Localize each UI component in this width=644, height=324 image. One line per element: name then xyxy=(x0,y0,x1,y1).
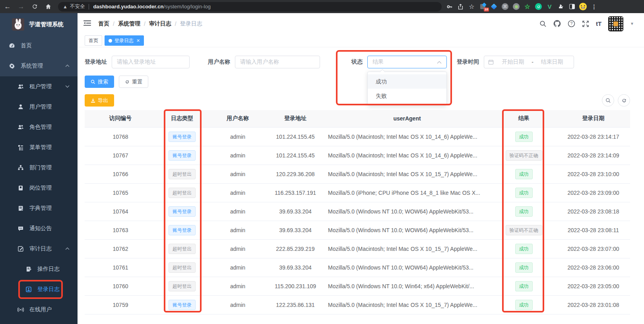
security-warning-icon[interactable]: ▲ xyxy=(63,4,68,10)
browser-back-icon[interactable]: ← xyxy=(2,2,14,12)
breadcrumb-system[interactable]: 系统管理 xyxy=(118,20,140,27)
sidebar-item-online-users[interactable]: 在线用户 xyxy=(0,299,78,320)
show-search-toggle-button[interactable] xyxy=(602,94,614,107)
fullscreen-icon[interactable] xyxy=(582,20,589,27)
log-type-tag: 账号登录 xyxy=(169,225,196,235)
sidebar-item-login-log[interactable]: 登录日志 xyxy=(0,279,78,299)
font-size-icon[interactable]: tT xyxy=(596,20,601,27)
result-tag-cell: 成功 xyxy=(491,165,557,183)
username-label: 用户名称 xyxy=(208,58,230,66)
status-option-failure[interactable]: 失败 xyxy=(368,89,446,103)
extension-star-icon[interactable]: ☆ xyxy=(524,3,531,10)
status-option-success[interactable]: 成功 xyxy=(368,74,446,89)
tab-login-log[interactable]: 登录日志 ✕ xyxy=(105,35,144,46)
cell-user-agent: Mozilla/5.0 (Windows NT 10.0; WOW64) App… xyxy=(323,258,491,277)
browser-home-icon[interactable] xyxy=(42,2,54,12)
sidebar-item-audit-log[interactable]: 审计日志 xyxy=(0,239,78,259)
extension-record-icon[interactable] xyxy=(512,3,520,10)
sidebar-item-dict-management[interactable]: 字典管理 xyxy=(0,198,78,218)
table-row: 10765超时登出admin116.253.157.191Mozilla/5.0… xyxy=(85,183,630,202)
cell-login-address: 116.253.157.191 xyxy=(268,183,323,202)
log-type-tag-cell: 账号登录 xyxy=(156,221,208,239)
sidebar-item-post-management[interactable]: 岗位管理 xyxy=(0,178,78,198)
address-bar[interactable]: ▲ 不安全 dashboard.yudao.iocoder.cn /system… xyxy=(58,2,442,12)
login-time-range-input[interactable]: 开始日期 - 结束日期 xyxy=(484,56,574,68)
dictionary-book-icon xyxy=(17,205,24,211)
table-row: 10759账号登录admin122.235.86.131Mozilla/5.0 … xyxy=(85,295,630,314)
github-icon[interactable] xyxy=(553,20,561,27)
sidebar-item-role-management[interactable]: 角色管理 xyxy=(0,117,78,137)
breadcrumb-audit-log[interactable]: 审计日志 xyxy=(149,20,171,27)
col-result: 结果 xyxy=(491,110,557,127)
refresh-table-button[interactable] xyxy=(618,94,630,107)
tab-home[interactable]: 首页 xyxy=(85,35,102,46)
extension-refresh-icon[interactable] xyxy=(535,3,542,10)
app-title: 芋道管理系统 xyxy=(29,21,64,28)
share-icon[interactable] xyxy=(457,3,464,10)
extension-command-icon[interactable]: ⌘ xyxy=(501,3,509,10)
username-input[interactable]: 请输入用户名称 xyxy=(235,56,320,68)
sidebar-item-home[interactable]: 首页 xyxy=(0,35,78,56)
message-bubble-icon xyxy=(17,225,24,232)
cell-login-address: 39.69.33.204 xyxy=(268,202,323,221)
sidebar-item-menu-management[interactable]: 菜单管理 xyxy=(0,137,78,157)
cell-visit-id: 10767 xyxy=(85,146,156,165)
cell-login-address: 115.200.231.109 xyxy=(268,277,323,295)
status-select[interactable]: 结果 xyxy=(367,56,447,68)
cell-visit-id: 10765 xyxy=(85,183,156,202)
bookmark-star-icon[interactable]: ☆ xyxy=(468,3,475,10)
cell-user-agent: Mozilla/5.0 (Macintosh; Intel Mac OS X 1… xyxy=(323,146,491,165)
result-tag-cell: 验证码不正确 xyxy=(491,146,557,165)
start-date-placeholder[interactable]: 开始日期 xyxy=(495,58,531,66)
cell-login-date: 2022-03-28 23:01:08 xyxy=(557,295,630,314)
role-users-icon xyxy=(17,124,24,130)
reset-button[interactable]: 重置 xyxy=(119,76,148,88)
table-row: 10764账号登录admin39.69.33.204Mozilla/5.0 (W… xyxy=(85,202,630,221)
extensions-puzzle-icon[interactable] xyxy=(557,3,564,10)
end-date-placeholder[interactable]: 结束日期 xyxy=(534,58,570,66)
address-input[interactable]: 请输入登录地址 xyxy=(112,56,190,68)
user-avatar[interactable] xyxy=(608,16,623,31)
search-icon[interactable] xyxy=(539,20,547,27)
sidebar-item-dept-management[interactable]: 部门管理 xyxy=(0,157,78,178)
security-chip-label[interactable]: 不安全 xyxy=(70,3,85,10)
cell-visit-id: 10763 xyxy=(85,221,156,239)
sidebar-item-system-management[interactable]: 系统管理 xyxy=(0,56,78,76)
cell-login-date: 2022-03-28 23:07:00 xyxy=(557,239,630,258)
result-tag-cell: 成功 xyxy=(491,239,557,258)
extension-monica-icon[interactable]: 10 xyxy=(479,3,487,10)
result-tag: 成功 xyxy=(515,281,533,291)
search-button[interactable]: 搜索 xyxy=(85,76,114,88)
log-type-tag: 超时登出 xyxy=(169,281,196,291)
profile-emoji-icon[interactable] xyxy=(579,3,587,10)
sidebar-collapse-icon[interactable] xyxy=(83,20,91,27)
cell-login-address: 222.85.239.219 xyxy=(268,239,323,258)
help-icon[interactable]: ? xyxy=(568,20,575,27)
cell-login-date: 2022-03-28 23:08:11 xyxy=(557,221,630,239)
cell-username: admin xyxy=(208,277,268,295)
cell-visit-id: 10762 xyxy=(85,239,156,258)
extension-diamond-icon[interactable] xyxy=(490,3,498,10)
sidebar-item-user-management[interactable]: 用户管理 xyxy=(0,97,78,117)
dashboard-icon xyxy=(9,43,15,49)
avatar-caret-down-icon[interactable]: ▼ xyxy=(630,21,634,26)
key-icon[interactable] xyxy=(446,3,453,10)
cell-user-agent: Mozilla/5.0 (Windows NT 10.0; WOW64) App… xyxy=(323,221,491,239)
result-tag-cell: 成功 xyxy=(491,183,557,202)
breadcrumb-home[interactable]: 首页 xyxy=(98,20,109,27)
cell-visit-id: 10768 xyxy=(85,127,156,146)
split-screen-icon[interactable] xyxy=(568,3,576,10)
cell-user-agent: Mozilla/5.0 (Macintosh; Intel Mac OS X 1… xyxy=(323,295,491,314)
result-tag-cell: 成功 xyxy=(491,258,557,277)
tab-close-icon[interactable]: ✕ xyxy=(136,38,140,43)
browser-forward-icon[interactable]: → xyxy=(15,2,27,12)
extension-vue-icon[interactable]: V xyxy=(546,3,553,10)
sidebar-item-notice[interactable]: 通知公告 xyxy=(0,218,78,239)
export-button[interactable]: 导出 xyxy=(85,94,114,107)
cell-username: admin xyxy=(208,183,268,202)
browser-menu-icon[interactable]: ⋮ xyxy=(590,3,598,10)
sidebar-item-tenant-management[interactable]: 租户管理 xyxy=(0,76,78,97)
app-logo-row[interactable]: 芋道管理系统 xyxy=(0,13,78,35)
browser-reload-icon[interactable] xyxy=(29,2,41,12)
sidebar-item-operation-log[interactable]: 操作日志 xyxy=(0,259,78,279)
